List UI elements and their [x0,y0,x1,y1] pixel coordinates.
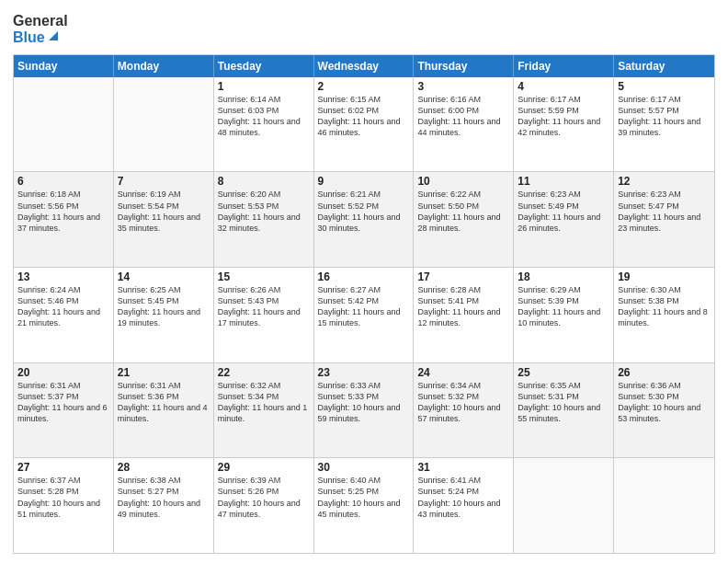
calendar-cell: 3Sunrise: 6:16 AM Sunset: 6:00 PM Daylig… [414,77,514,172]
calendar-cell: 14Sunrise: 6:25 AM Sunset: 5:45 PM Dayli… [114,268,214,362]
day-number: 4 [518,80,609,93]
day-number: 27 [17,461,109,474]
calendar-cell: 12Sunrise: 6:23 AM Sunset: 5:47 PM Dayli… [614,172,714,267]
calendar-cell: 5Sunrise: 6:17 AM Sunset: 5:57 PM Daylig… [614,77,714,172]
day-number: 2 [318,80,410,93]
calendar-header: SundayMondayTuesdayWednesdayThursdayFrid… [14,55,714,77]
logo-text: General Blue [13,13,68,47]
weekday-header-thursday: Thursday [414,55,514,77]
cell-info: Sunrise: 6:19 AM Sunset: 5:54 PM Dayligh… [118,189,210,234]
day-number: 17 [417,270,509,283]
cell-info: Sunrise: 6:26 AM Sunset: 5:43 PM Dayligh… [218,284,310,329]
calendar-row-4: 20Sunrise: 6:31 AM Sunset: 5:37 PM Dayli… [14,363,714,459]
page: General Blue SundayMondayTuesdayWednesda… [0,0,728,563]
calendar-row-5: 27Sunrise: 6:37 AM Sunset: 5:28 PM Dayli… [14,458,714,553]
cell-info: Sunrise: 6:27 AM Sunset: 5:42 PM Dayligh… [318,284,410,329]
cell-info: Sunrise: 6:18 AM Sunset: 5:56 PM Dayligh… [17,189,109,234]
calendar-cell [514,458,614,553]
calendar-cell: 16Sunrise: 6:27 AM Sunset: 5:42 PM Dayli… [314,268,415,362]
calendar-cell [614,458,714,553]
cell-info: Sunrise: 6:25 AM Sunset: 5:45 PM Dayligh… [118,284,210,329]
calendar-cell: 30Sunrise: 6:40 AM Sunset: 5:25 PM Dayli… [314,458,415,553]
weekday-header-monday: Monday [114,55,214,77]
calendar-cell: 21Sunrise: 6:31 AM Sunset: 5:36 PM Dayli… [114,363,214,458]
calendar-cell: 22Sunrise: 6:32 AM Sunset: 5:34 PM Dayli… [214,363,314,458]
cell-info: Sunrise: 6:30 AM Sunset: 5:38 PM Dayligh… [618,284,711,329]
day-number: 9 [318,175,410,188]
day-number: 10 [417,175,509,188]
day-number: 23 [318,366,410,379]
cell-info: Sunrise: 6:17 AM Sunset: 5:57 PM Dayligh… [618,94,711,139]
day-number: 29 [218,461,310,474]
calendar-cell: 18Sunrise: 6:29 AM Sunset: 5:39 PM Dayli… [514,268,614,362]
cell-info: Sunrise: 6:34 AM Sunset: 5:32 PM Dayligh… [417,380,509,425]
header: General Blue [13,9,715,47]
calendar-cell: 31Sunrise: 6:41 AM Sunset: 5:24 PM Dayli… [414,458,514,553]
calendar-cell: 19Sunrise: 6:30 AM Sunset: 5:38 PM Dayli… [614,268,714,362]
day-number: 22 [218,366,310,379]
day-number: 26 [618,366,711,379]
calendar-cell: 23Sunrise: 6:33 AM Sunset: 5:33 PM Dayli… [314,363,415,458]
day-number: 3 [417,80,509,93]
cell-info: Sunrise: 6:35 AM Sunset: 5:31 PM Dayligh… [518,380,609,425]
cell-info: Sunrise: 6:37 AM Sunset: 5:28 PM Dayligh… [17,475,109,520]
calendar-cell: 27Sunrise: 6:37 AM Sunset: 5:28 PM Dayli… [14,458,114,553]
cell-info: Sunrise: 6:17 AM Sunset: 5:59 PM Dayligh… [518,94,609,139]
day-number: 18 [518,270,609,283]
cell-info: Sunrise: 6:32 AM Sunset: 5:34 PM Dayligh… [218,380,310,425]
calendar-row-1: 1Sunrise: 6:14 AM Sunset: 6:03 PM Daylig… [14,77,714,173]
calendar-cell: 28Sunrise: 6:38 AM Sunset: 5:27 PM Dayli… [114,458,214,553]
day-number: 25 [518,366,609,379]
day-number: 13 [17,270,109,283]
day-number: 19 [618,270,711,283]
cell-info: Sunrise: 6:22 AM Sunset: 5:50 PM Dayligh… [417,189,509,234]
day-number: 30 [318,461,410,474]
calendar-cell: 4Sunrise: 6:17 AM Sunset: 5:59 PM Daylig… [514,77,614,172]
day-number: 5 [618,80,711,93]
calendar-cell: 6Sunrise: 6:18 AM Sunset: 5:56 PM Daylig… [14,172,114,267]
calendar-cell: 2Sunrise: 6:15 AM Sunset: 6:02 PM Daylig… [314,77,415,172]
calendar-cell: 13Sunrise: 6:24 AM Sunset: 5:46 PM Dayli… [14,268,114,362]
cell-info: Sunrise: 6:39 AM Sunset: 5:26 PM Dayligh… [218,475,310,520]
day-number: 16 [318,270,410,283]
calendar-cell: 8Sunrise: 6:20 AM Sunset: 5:53 PM Daylig… [214,172,314,267]
cell-info: Sunrise: 6:24 AM Sunset: 5:46 PM Dayligh… [17,284,109,329]
calendar-cell [114,77,214,172]
calendar-cell: 29Sunrise: 6:39 AM Sunset: 5:26 PM Dayli… [214,458,314,553]
calendar-cell: 25Sunrise: 6:35 AM Sunset: 5:31 PM Dayli… [514,363,614,458]
cell-info: Sunrise: 6:21 AM Sunset: 5:52 PM Dayligh… [318,189,410,234]
cell-info: Sunrise: 6:31 AM Sunset: 5:36 PM Dayligh… [118,380,210,425]
day-number: 1 [218,80,310,93]
cell-info: Sunrise: 6:16 AM Sunset: 6:00 PM Dayligh… [417,94,509,139]
cell-info: Sunrise: 6:14 AM Sunset: 6:03 PM Dayligh… [218,94,310,139]
calendar-cell: 7Sunrise: 6:19 AM Sunset: 5:54 PM Daylig… [114,172,214,267]
day-number: 12 [618,175,711,188]
weekday-header-sunday: Sunday [14,55,114,77]
calendar-cell [14,77,114,172]
cell-info: Sunrise: 6:33 AM Sunset: 5:33 PM Dayligh… [318,380,410,425]
day-number: 31 [417,461,509,474]
cell-info: Sunrise: 6:23 AM Sunset: 5:49 PM Dayligh… [518,189,609,234]
cell-info: Sunrise: 6:20 AM Sunset: 5:53 PM Dayligh… [218,189,310,234]
calendar-body: 1Sunrise: 6:14 AM Sunset: 6:03 PM Daylig… [14,77,714,553]
weekday-header-wednesday: Wednesday [314,55,415,77]
weekday-header-friday: Friday [514,55,614,77]
calendar-cell: 1Sunrise: 6:14 AM Sunset: 6:03 PM Daylig… [214,77,314,172]
calendar-cell: 26Sunrise: 6:36 AM Sunset: 5:30 PM Dayli… [614,363,714,458]
calendar: SundayMondayTuesdayWednesdayThursdayFrid… [13,54,715,554]
cell-info: Sunrise: 6:36 AM Sunset: 5:30 PM Dayligh… [618,380,711,425]
calendar-cell: 20Sunrise: 6:31 AM Sunset: 5:37 PM Dayli… [14,363,114,458]
day-number: 28 [118,461,210,474]
day-number: 7 [118,175,210,188]
cell-info: Sunrise: 6:23 AM Sunset: 5:47 PM Dayligh… [618,189,711,234]
cell-info: Sunrise: 6:40 AM Sunset: 5:25 PM Dayligh… [318,475,410,520]
calendar-cell: 17Sunrise: 6:28 AM Sunset: 5:41 PM Dayli… [414,268,514,362]
day-number: 21 [118,366,210,379]
calendar-cell: 11Sunrise: 6:23 AM Sunset: 5:49 PM Dayli… [514,172,614,267]
cell-info: Sunrise: 6:31 AM Sunset: 5:37 PM Dayligh… [17,380,109,425]
weekday-header-saturday: Saturday [614,55,714,77]
day-number: 8 [218,175,310,188]
day-number: 11 [518,175,609,188]
cell-info: Sunrise: 6:28 AM Sunset: 5:41 PM Dayligh… [417,284,509,329]
cell-info: Sunrise: 6:41 AM Sunset: 5:24 PM Dayligh… [417,475,509,520]
